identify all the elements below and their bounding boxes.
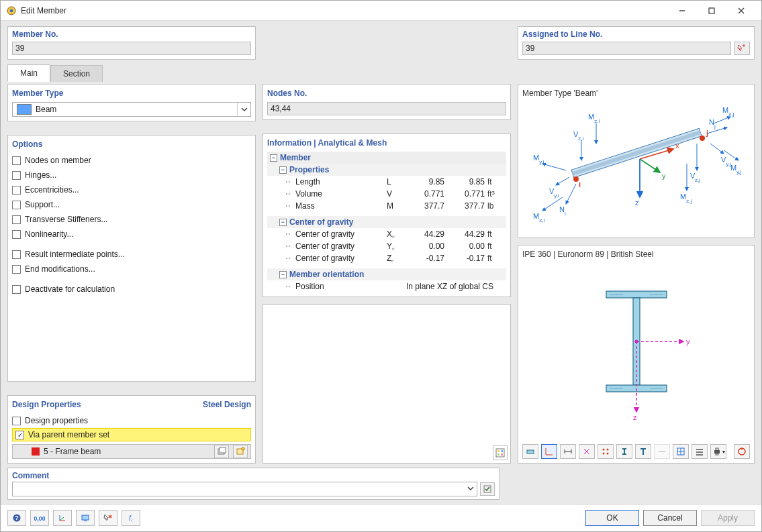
member-type-select[interactable]: Beam <box>12 102 251 117</box>
nodes-panel: Nodes No. 43,44 <box>263 84 511 120</box>
info-cog-header[interactable]: −Center of gravity <box>267 216 506 228</box>
help-button[interactable]: ? <box>7 510 26 526</box>
tb-show-axes-button[interactable] <box>541 444 557 459</box>
svg-line-37 <box>566 184 576 204</box>
new-from-item-button[interactable] <box>214 445 229 458</box>
tb-values-button[interactable] <box>692 444 708 459</box>
cancel-button[interactable]: Cancel <box>643 510 697 526</box>
nodes-field[interactable]: 43,44 <box>267 102 506 115</box>
option-hinges[interactable]: Hinges... <box>12 168 251 182</box>
info-orientation-header[interactable]: −Member orientation <box>267 268 506 280</box>
via-parent-member-set-row[interactable]: Via parent member set <box>12 428 251 441</box>
units-button[interactable]: 0,00 <box>30 510 49 526</box>
design-properties-checkbox-row[interactable]: Design properties <box>12 413 251 428</box>
svg-text:?: ? <box>15 515 19 521</box>
option-result-intermediate-points[interactable]: Result intermediate points... <box>12 247 251 262</box>
option-deactivate-for-calculation[interactable]: Deactivate for calculation <box>12 282 251 297</box>
prop-mass-row: ⋅⋅MassM377.7377.7lb <box>267 200 506 212</box>
svg-rect-91 <box>716 454 718 455</box>
tab-section[interactable]: Section <box>50 65 103 82</box>
checkbox-icon[interactable] <box>12 417 21 425</box>
svg-rect-77 <box>622 448 626 449</box>
option-transverse-stiffeners[interactable]: Transverse Stiffeners... <box>12 212 251 227</box>
checkbox-icon[interactable] <box>12 156 21 165</box>
tb-show-dimensions-button[interactable] <box>560 444 576 459</box>
close-button[interactable] <box>726 1 756 20</box>
tree-collapse-icon[interactable]: − <box>279 271 287 278</box>
svg-rect-65 <box>527 450 534 454</box>
formula-button[interactable]: f꜀ <box>122 510 140 526</box>
edit-member-dialog: Edit Member Member No. 39 Assigned to Li… <box>0 0 762 532</box>
checkbox-icon[interactable] <box>12 215 21 224</box>
nodes-title: Nodes No. <box>267 89 506 98</box>
checkbox-icon[interactable] <box>12 250 21 259</box>
design-properties-right-label: Steel Design <box>203 400 251 409</box>
svg-line-43 <box>707 127 727 134</box>
section-preview-title: IPE 360 | Euronorm 89 | British Steel <box>522 250 750 259</box>
info-properties-header[interactable]: −Properties <box>267 164 506 176</box>
member-type-preview: Member Type 'Beam' <box>518 84 755 238</box>
maximize-button[interactable] <box>697 1 726 20</box>
info-panel: Information | Analytical & Mesh −Member … <box>263 134 511 297</box>
tb-grid-button[interactable] <box>673 444 689 459</box>
dialog-footer: ? 0,00 f꜀ OK Cancel Apply <box>1 504 761 531</box>
screen-button[interactable] <box>76 510 95 526</box>
tb-solid-view-button[interactable] <box>522 444 538 459</box>
minimize-button[interactable] <box>667 1 697 20</box>
tb-reset-view-button[interactable] <box>734 444 750 459</box>
svg-text:My,j: My,j <box>730 164 742 175</box>
checkbox-icon[interactable] <box>12 171 21 180</box>
checkbox-icon[interactable] <box>12 265 21 274</box>
tb-show-principal-button[interactable] <box>579 444 595 459</box>
svg-rect-81 <box>642 449 644 455</box>
edit-item-button[interactable] <box>233 445 248 458</box>
design-properties-title: Design Properties <box>12 400 81 409</box>
units-dialog-button[interactable] <box>493 445 508 460</box>
clear-pick-button[interactable] <box>99 510 117 526</box>
svg-rect-101 <box>84 521 87 521</box>
pick-line-button[interactable] <box>734 42 750 55</box>
coord-system-button[interactable] <box>53 510 72 526</box>
checkbox-icon[interactable] <box>12 186 21 195</box>
tree-collapse-icon[interactable]: − <box>279 219 287 226</box>
cog-z-row: ⋅⋅Center of gravityZ꜀-0.17-0.17ft <box>267 252 506 264</box>
section-profile-diagram: y z <box>522 262 750 441</box>
assigned-field[interactable]: 39 <box>522 42 731 55</box>
checkbox-icon[interactable] <box>12 230 21 239</box>
tree-collapse-icon[interactable]: − <box>279 166 287 174</box>
checkbox-checked-icon[interactable] <box>15 431 24 439</box>
tb-section-t-button[interactable] <box>635 444 651 459</box>
tree-collapse-icon[interactable]: − <box>270 154 277 162</box>
apply-button: Apply <box>701 510 755 526</box>
tab-main[interactable]: Main <box>7 64 50 82</box>
comment-input[interactable] <box>12 482 477 496</box>
option-support[interactable]: Support... <box>12 197 251 212</box>
svg-rect-88 <box>696 454 703 456</box>
tb-section-i-button[interactable] <box>616 444 632 459</box>
frame-beam-row[interactable]: 5 - Frame beam <box>12 444 251 459</box>
comment-apply-button[interactable] <box>480 482 495 496</box>
prop-volume-row: ⋅⋅VolumeV0.7710.771ft³ <box>267 188 506 200</box>
svg-point-1 <box>10 9 13 11</box>
tb-print-button[interactable]: ▾ <box>710 444 726 459</box>
option-nonlinearity[interactable]: Nonlinearity... <box>12 227 251 242</box>
member-no-field[interactable]: 39 <box>12 42 251 55</box>
svg-text:Mz,j: Mz,j <box>680 193 692 204</box>
assigned-group: Assigned to Line No. 39 <box>518 26 755 60</box>
checkbox-icon[interactable] <box>12 201 21 209</box>
chevron-down-icon <box>237 103 250 116</box>
member-type-title: Member Type <box>12 89 251 98</box>
option-end-modifications[interactable]: End modifications... <box>12 262 251 276</box>
option-nodes-on-member[interactable]: Nodes on member <box>12 153 251 168</box>
checkbox-icon[interactable] <box>12 285 21 294</box>
svg-text:x: x <box>675 142 679 150</box>
svg-rect-13 <box>497 450 499 452</box>
tb-stress-points-button[interactable] <box>598 444 614 459</box>
member-type-preview-title: Member Type 'Beam' <box>522 89 750 98</box>
option-eccentricities[interactable]: Eccentricities... <box>12 182 251 197</box>
svg-rect-18 <box>572 130 701 176</box>
ok-button[interactable]: OK <box>585 510 639 526</box>
svg-rect-79 <box>622 454 626 455</box>
chevron-down-icon <box>467 484 474 494</box>
info-member-header[interactable]: −Member <box>267 152 506 164</box>
